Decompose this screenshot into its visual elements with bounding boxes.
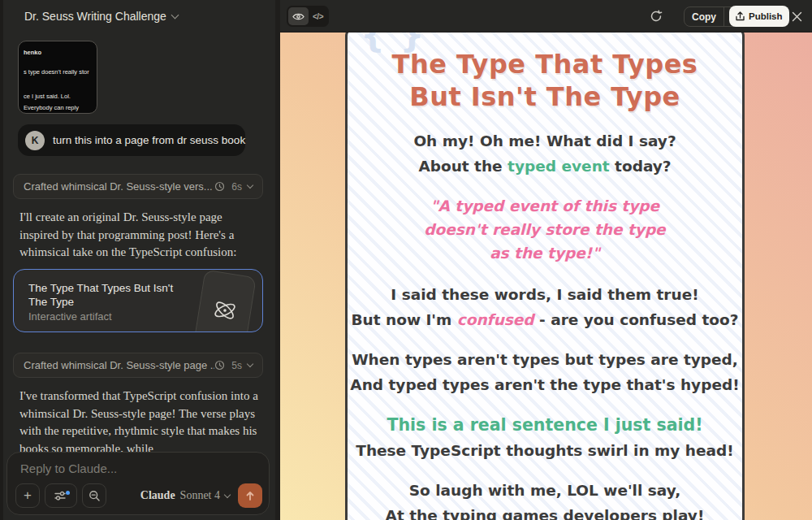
- thought-duration: 5s: [231, 360, 242, 371]
- close-preview-button[interactable]: [789, 9, 804, 24]
- poem-block-stanza: So laugh with me, LOL we'll say,At the t…: [348, 479, 742, 520]
- user-message-text: turn this into a page from dr seuss book: [53, 134, 245, 146]
- window-edge: [0, 0, 3, 520]
- history-icon: [214, 360, 225, 370]
- chevron-down-icon: [171, 11, 179, 20]
- poem-block-title: The Type That TypesBut Isn't The Type: [348, 48, 742, 113]
- atom-icon: [209, 295, 241, 327]
- artifact-title: The Type That Types But Isn't The Type: [28, 281, 183, 309]
- poem-line: When types aren't types but types are ty…: [348, 348, 742, 373]
- poem-line: So laugh with me, LOL we'll say,: [348, 479, 742, 504]
- artifact-card[interactable]: The Type That Types But Isn't The Type I…: [13, 269, 263, 332]
- code-tab[interactable]: </>: [309, 7, 327, 25]
- poem-line: About the typed event today?: [348, 154, 742, 180]
- poem-page: { } The Type That TypesBut Isn't The Typ…: [345, 32, 745, 520]
- close-icon: [792, 11, 802, 22]
- avatar: K: [25, 131, 45, 150]
- poem-block-stanza: I said these words, I said them true!But…: [348, 283, 742, 332]
- poem-line: These TypeScript thoughts swirl in my he…: [348, 439, 742, 464]
- conversation-title-label: Dr. Seuss Writing Challenge: [24, 10, 166, 23]
- sidebar: Dr. Seuss Writing Challenge henko s type…: [0, 0, 280, 520]
- code-icon: </>: [313, 12, 323, 21]
- thumbnail-text: henko: [24, 49, 41, 56]
- publish-button[interactable]: Publish: [729, 6, 789, 27]
- view-toggle: </>: [287, 6, 329, 27]
- magnifier-icon: [89, 490, 101, 502]
- arrow-up-icon: [244, 490, 256, 501]
- thought-label: Crafted whimsical Dr. Seuss-style vers..…: [24, 180, 214, 193]
- notification-dot: [66, 491, 70, 495]
- assistant-paragraph-2: I've transformed that TypeScript confusi…: [19, 388, 261, 457]
- attachment-thumbnail[interactable]: henko s type doesn't really stor ce I ju…: [18, 41, 97, 114]
- thought-pill-2[interactable]: Crafted whimsical Dr. Seuss-style page .…: [13, 353, 263, 378]
- thought-pill-1[interactable]: Crafted whimsical Dr. Seuss-style vers..…: [13, 174, 263, 199]
- model-variant: Sonnet 4: [180, 489, 220, 502]
- poem-line: At the typing games developers play!: [348, 504, 742, 520]
- poem-block-stanza: When types aren't types but types are ty…: [348, 348, 742, 397]
- preview-toolbar: </> Copy Publish: [280, 0, 812, 32]
- poem-block-quote: "A typed event of this typedoesn't reall…: [348, 194, 742, 265]
- history-icon: [214, 181, 225, 192]
- poem-line: Oh my! Oh me! What did I say?: [348, 129, 742, 154]
- poem-line: This is a real sentence I just said!: [348, 413, 742, 439]
- composer: + Claude Sonnet 4: [6, 452, 270, 515]
- poem-line: But now I'm confused - are you confused …: [348, 308, 742, 333]
- thumbnail-text: Everybody can reply: [24, 104, 79, 111]
- plus-icon: +: [24, 488, 32, 504]
- poem: The Type That TypesBut Isn't The TypeOh …: [348, 48, 742, 520]
- reply-input[interactable]: [20, 459, 256, 477]
- model-name: Claude: [140, 489, 175, 502]
- thumbnail-text: ce I just said. Lol.: [24, 93, 71, 100]
- copy-button[interactable]: Copy: [685, 7, 723, 26]
- artifact-preview: { } The Type That TypesBut Isn't The Typ…: [280, 32, 812, 520]
- eye-icon: [292, 12, 304, 21]
- artifact-tile: [193, 270, 257, 332]
- upload-icon: [736, 11, 745, 21]
- model-selector[interactable]: Claude Sonnet 4: [140, 483, 230, 508]
- copy-label: Copy: [692, 11, 716, 23]
- brace-decoration: { }: [361, 32, 425, 55]
- tools-button[interactable]: [45, 483, 77, 508]
- refresh-icon: [650, 10, 663, 23]
- send-button[interactable]: [238, 483, 262, 508]
- poem-line: But Isn't The Type: [348, 80, 742, 113]
- poem-block-stanza: Oh my! Oh me! What did I say?About the t…: [348, 129, 742, 179]
- thought-label: Crafted whimsical Dr. Seuss-style page .…: [24, 359, 214, 371]
- poem-line: I said these words, I said them true!: [348, 283, 742, 308]
- poem-line: And typed types aren't the type that's h…: [348, 373, 742, 398]
- publish-label: Publish: [749, 11, 783, 21]
- poem-line: "A typed event of this type: [348, 194, 742, 218]
- poem-block-stanza: This is a real sentence I just said!Thes…: [348, 413, 742, 463]
- user-message: K turn this into a page from dr seuss bo…: [18, 124, 245, 156]
- poem-line: as the type!": [348, 241, 742, 265]
- chevron-down-icon: [247, 361, 253, 367]
- refresh-button[interactable]: [650, 10, 663, 26]
- assistant-paragraph-1: I'll create an original Dr. Seuss-style …: [19, 209, 261, 262]
- add-attachment-button[interactable]: +: [15, 483, 40, 508]
- thought-duration: 6s: [231, 181, 242, 193]
- conversation-title[interactable]: Dr. Seuss Writing Challenge: [24, 10, 178, 23]
- poem-line: doesn't really store the type: [348, 218, 742, 241]
- thumbnail-text: s type doesn't really stor: [24, 68, 89, 76]
- chevron-down-icon: [224, 491, 231, 497]
- research-button[interactable]: [82, 483, 106, 508]
- chevron-down-icon: [247, 182, 253, 188]
- artifact-subtitle: Interactive artifact: [28, 310, 112, 323]
- preview-tab[interactable]: [288, 7, 309, 25]
